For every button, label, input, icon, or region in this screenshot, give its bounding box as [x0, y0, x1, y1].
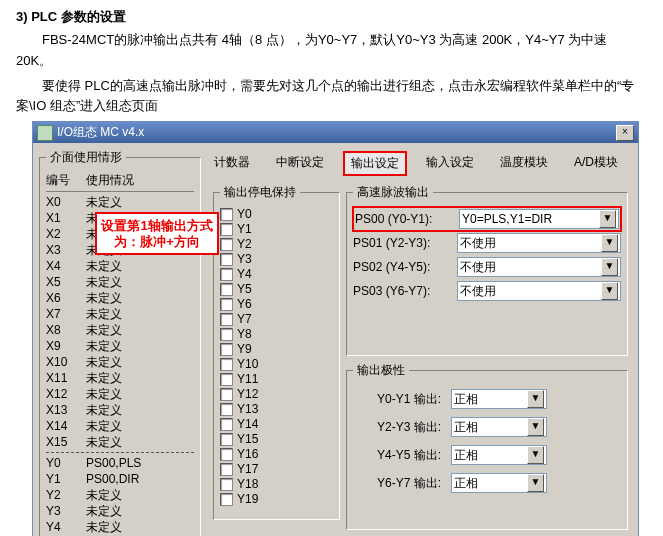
list-item[interactable]: Y3未定义 [46, 503, 194, 519]
pulse-label: PS02 (Y4-Y5): [353, 260, 451, 274]
output-retain-item[interactable]: Y14 [220, 417, 333, 432]
tab-5[interactable]: A/D模块 [567, 151, 625, 176]
pulse-select-2[interactable]: 不使用▼ [457, 257, 621, 277]
output-retain-fieldset: 输出停电保持 Y0Y1Y2Y3Y4Y5Y6Y7Y8Y9Y10Y11Y12Y13Y… [213, 184, 340, 520]
list-item[interactable]: Y4未定义 [46, 519, 194, 535]
output-retain-item[interactable]: Y2 [220, 237, 333, 252]
checkbox-icon[interactable] [220, 283, 233, 296]
checkbox-icon[interactable] [220, 448, 233, 461]
list-item[interactable]: X8未定义 [46, 322, 194, 338]
polarity-select-1[interactable]: 正相▼ [451, 417, 547, 437]
checkbox-icon[interactable] [220, 433, 233, 446]
output-retain-item[interactable]: Y3 [220, 252, 333, 267]
output-retain-item[interactable]: Y1 [220, 222, 333, 237]
output-retain-item[interactable]: Y16 [220, 447, 333, 462]
pulse-label: PS00 (Y0-Y1): [355, 212, 453, 226]
window-icon [37, 125, 53, 141]
chevron-down-icon[interactable]: ▼ [601, 234, 618, 252]
checkbox-icon[interactable] [220, 358, 233, 371]
tab-4[interactable]: 温度模块 [493, 151, 555, 176]
checkbox-icon[interactable] [220, 268, 233, 281]
checkbox-icon[interactable] [220, 388, 233, 401]
list-item[interactable]: X10未定义 [46, 354, 194, 370]
checkbox-icon[interactable] [220, 253, 233, 266]
tab-3[interactable]: 输入设定 [419, 151, 481, 176]
close-icon[interactable]: × [616, 125, 634, 141]
list-item[interactable]: X11未定义 [46, 370, 194, 386]
output-retain-item[interactable]: Y19 [220, 492, 333, 507]
output-retain-item[interactable]: Y7 [220, 312, 333, 327]
output-retain-item[interactable]: Y9 [220, 342, 333, 357]
output-retain-item[interactable]: Y0 [220, 207, 333, 222]
list-item[interactable]: X6未定义 [46, 290, 194, 306]
output-retain-item[interactable]: Y6 [220, 297, 333, 312]
pulse-select-3[interactable]: 不使用▼ [457, 281, 621, 301]
list-item[interactable]: X12未定义 [46, 386, 194, 402]
polarity-select-3[interactable]: 正相▼ [451, 473, 547, 493]
list-item[interactable]: X5未定义 [46, 274, 194, 290]
chevron-down-icon[interactable]: ▼ [527, 418, 544, 436]
tab-0[interactable]: 计数器 [207, 151, 257, 176]
output-retain-item[interactable]: Y18 [220, 477, 333, 492]
checkbox-icon[interactable] [220, 493, 233, 506]
output-retain-item[interactable]: Y5 [220, 282, 333, 297]
output-retain-item[interactable]: Y11 [220, 372, 333, 387]
polarity-label: Y6-Y7 输出: [353, 475, 445, 492]
list-item[interactable]: X0未定义 [46, 194, 194, 210]
titlebar[interactable]: I/O组态 MC v4.x × [33, 122, 638, 143]
checkbox-icon[interactable] [220, 373, 233, 386]
checkbox-icon[interactable] [220, 298, 233, 311]
list-item[interactable]: X15未定义 [46, 434, 194, 450]
checkbox-icon[interactable] [220, 403, 233, 416]
list-item[interactable]: Y0PS00,PLS [46, 455, 194, 471]
output-retain-item[interactable]: Y8 [220, 327, 333, 342]
tab-1[interactable]: 中断设定 [269, 151, 331, 176]
chevron-down-icon[interactable]: ▼ [599, 210, 616, 228]
list-item[interactable]: X9未定义 [46, 338, 194, 354]
checkbox-icon[interactable] [220, 328, 233, 341]
list-item[interactable]: Y1PS00,DIR [46, 471, 194, 487]
tab-2[interactable]: 输出设定 [343, 151, 407, 176]
pulse-output-legend: 高速脉波输出 [353, 184, 433, 201]
pulse-row-0: PS00 (Y0-Y1):Y0=PLS,Y1=DIR▼ [353, 207, 621, 231]
polarity-select-2[interactable]: 正相▼ [451, 445, 547, 465]
chevron-down-icon[interactable]: ▼ [527, 474, 544, 492]
checkbox-icon[interactable] [220, 223, 233, 236]
pulse-select-0[interactable]: Y0=PLS,Y1=DIR▼ [459, 209, 619, 229]
chevron-down-icon[interactable]: ▼ [527, 390, 544, 408]
checkbox-icon[interactable] [220, 208, 233, 221]
chevron-down-icon[interactable]: ▼ [601, 282, 618, 300]
output-retain-item[interactable]: Y15 [220, 432, 333, 447]
polarity-label: Y4-Y5 输出: [353, 447, 445, 464]
doc-para-2: 要使得 PLC的高速点输出脉冲时，需要先对这几个点的输出进行组态，点击永宏编程软… [16, 76, 647, 118]
pulse-select-1[interactable]: 不使用▼ [457, 233, 621, 253]
doc-heading: 3) PLC 参数的设置 [16, 8, 663, 26]
io-config-window: I/O组态 MC v4.x × 介面使用情形 编号 使用情况 X0未定义X1未定… [32, 121, 639, 536]
checkbox-icon[interactable] [220, 238, 233, 251]
output-retain-item[interactable]: Y17 [220, 462, 333, 477]
usage-col-status: 使用情况 [86, 172, 134, 189]
pulse-row-3: PS03 (Y6-Y7):不使用▼ [353, 279, 621, 303]
checkbox-icon[interactable] [220, 313, 233, 326]
output-retain-item[interactable]: Y13 [220, 402, 333, 417]
list-item[interactable]: X4未定义 [46, 258, 194, 274]
list-item[interactable]: Y2未定义 [46, 487, 194, 503]
checkbox-icon[interactable] [220, 463, 233, 476]
output-retain-item[interactable]: Y10 [220, 357, 333, 372]
checkbox-icon[interactable] [220, 418, 233, 431]
checkbox-icon[interactable] [220, 343, 233, 356]
list-item[interactable]: X13未定义 [46, 402, 194, 418]
list-item[interactable]: X7未定义 [46, 306, 194, 322]
pulse-row-2: PS02 (Y4-Y5):不使用▼ [353, 255, 621, 279]
polarity-legend: 输出极性 [353, 362, 409, 379]
chevron-down-icon[interactable]: ▼ [601, 258, 618, 276]
polarity-row-3: Y6-Y7 输出:正相▼ [353, 469, 621, 497]
chevron-down-icon[interactable]: ▼ [527, 446, 544, 464]
list-item[interactable]: X14未定义 [46, 418, 194, 434]
output-retain-item[interactable]: Y12 [220, 387, 333, 402]
usage-fieldset: 介面使用情形 编号 使用情况 X0未定义X1未定义X2未定义X3未定义X4未定义… [39, 149, 201, 536]
polarity-select-0[interactable]: 正相▼ [451, 389, 547, 409]
checkbox-icon[interactable] [220, 478, 233, 491]
output-retain-item[interactable]: Y4 [220, 267, 333, 282]
polarity-row-0: Y0-Y1 输出:正相▼ [353, 385, 621, 413]
